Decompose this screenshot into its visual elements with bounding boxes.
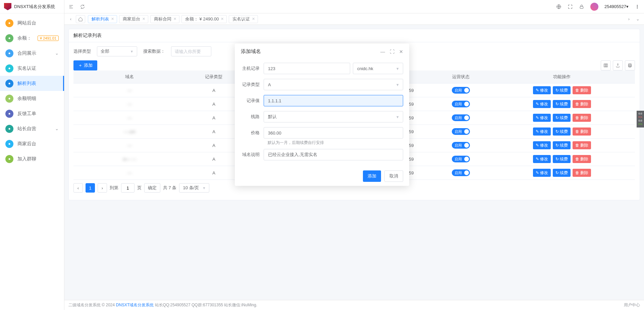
modal-confirm-button[interactable]: 添加: [363, 170, 381, 182]
modal-title: 添加域名: [241, 48, 261, 55]
price-label: 价格: [241, 130, 264, 136]
line-select[interactable]: 默认▾: [264, 111, 403, 122]
value-label: 记录值: [241, 98, 264, 104]
price-input[interactable]: [264, 127, 403, 139]
price-hint: 默认为一月，后期续费自行安排: [268, 140, 403, 146]
modal-maximize-icon[interactable]: ⛶: [390, 49, 394, 54]
line-label: 线路: [241, 114, 264, 120]
net-speed-widget: 0.0K/s 0.0K/s: [637, 111, 644, 127]
modal-minimize-icon[interactable]: —: [380, 49, 385, 54]
desc-label: 域名说明: [241, 152, 264, 158]
add-domain-modal: 添加域名 — ⛶ ✕ 主机记录 cnidc.hk▾ 记录类型 A▾ 记录值: [235, 44, 409, 186]
desc-input[interactable]: [264, 149, 403, 160]
suffix-select[interactable]: cnidc.hk▾: [353, 63, 403, 74]
modal-mask: 添加域名 — ⛶ ✕ 主机记录 cnidc.hk▾ 记录类型 A▾ 记录值: [0, 0, 644, 310]
host-input[interactable]: [264, 63, 350, 74]
modal-close-icon[interactable]: ✕: [399, 49, 403, 54]
value-input[interactable]: [264, 95, 403, 106]
type-label: 记录类型: [241, 82, 264, 88]
modal-cancel-button[interactable]: 取消: [384, 170, 403, 182]
type-select[interactable]: A▾: [264, 79, 403, 90]
host-label: 主机记录: [241, 65, 264, 71]
